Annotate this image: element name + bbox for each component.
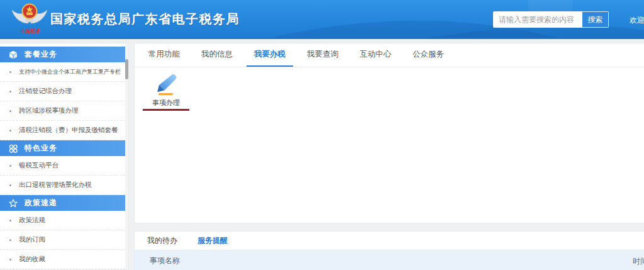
tab-public-services[interactable]: 公众服务: [405, 43, 452, 67]
sidebar-item-small-business-column[interactable]: 支持中小微企业个体工商户复工复产专栏: [0, 62, 125, 82]
tab-service-reminder[interactable]: 服务提醒: [197, 235, 228, 246]
tab-my-todo[interactable]: 我的待办: [147, 235, 177, 246]
sidebar-item-label: 清税注销税（费）申报及缴销套餐: [19, 126, 118, 135]
sidebar-item-label: 政策法规: [19, 216, 45, 225]
sidebar-item-deregistration[interactable]: 注销登记综合办理: [0, 82, 125, 101]
main-tab-bar: 常用功能 我的信息 我要办税 我要查询 互动中心 公众服务: [135, 43, 644, 67]
sidebar-item-label: 银税互动平台: [19, 161, 58, 170]
sidebar-item-cross-region[interactable]: 跨区域涉税事项办理: [0, 101, 125, 121]
sidebar-item-label: 我的收藏: [19, 255, 45, 264]
sidebar-section-featured-business[interactable]: 特色业务: [0, 140, 125, 156]
sidebar-item-label: 我的订阅: [19, 235, 45, 244]
tile-label: 事项办理: [143, 98, 189, 108]
sidebar-item-label: 支持中小微企业个体工商户复工复产专栏: [19, 68, 121, 76]
sidebar-item-tax-clearance[interactable]: 清税注销税（费）申报及缴销套餐: [0, 121, 125, 140]
tab-interaction-center[interactable]: 互动中心: [352, 43, 399, 67]
sidebar-section-policy-express[interactable]: 政策速递: [0, 195, 125, 211]
todo-panel-card: 我的待办 服务提醒 事项名称 时间: [134, 231, 644, 270]
sidebar-item-bank-tax-platform[interactable]: 银税互动平台: [0, 156, 125, 176]
left-sidebar: 套餐业务 支持中小微企业个体工商户复工复产专栏 注销登记综合办理 跨区域涉税事项…: [0, 43, 129, 270]
sidebar-scrollbar-track[interactable]: [125, 43, 128, 269]
sidebar-item-export-rebate[interactable]: 出口退税管理场景化办税: [0, 176, 125, 195]
sidebar-item-label: 跨区域涉税事项办理: [19, 106, 79, 115]
site-title: 国家税务总局广东省电子税务局: [50, 11, 240, 28]
tax-bureau-emblem-logo: [10, 2, 49, 30]
sidebar-item-label: 出口退税管理场景化办税: [19, 181, 92, 189]
todo-tab-bar: 我的待办 服务提醒: [135, 232, 644, 250]
sidebar-section-package-business[interactable]: 套餐业务: [0, 47, 125, 62]
pencil-icon: [154, 73, 178, 96]
tab-common-functions[interactable]: 常用功能: [141, 43, 187, 67]
sidebar-section-label: 政策速递: [25, 198, 57, 208]
sidebar-item-policy-regulations[interactable]: 政策法规: [0, 211, 125, 230]
top-header: 中国税务 国家税务总局广东省电子税务局 搜索 欢迎,: [0, 0, 644, 39]
sidebar-item-label: 注销登记综合办理: [19, 87, 72, 96]
tab-i-want-to-do-tax[interactable]: 我要办税: [247, 43, 293, 67]
sidebar-item-my-favorites[interactable]: 我的收藏: [0, 250, 125, 269]
sidebar-scrollbar-thumb[interactable]: [125, 59, 128, 79]
grid-icon: [8, 143, 18, 153]
header-search: 搜索: [493, 11, 609, 28]
main-content-card: 常用功能 我的信息 我要办税 我要查询 互动中心 公众服务 事项办理: [134, 43, 644, 223]
logo-caption: 中国税务: [13, 28, 48, 35]
sidebar-section-label: 套餐业务: [25, 49, 57, 60]
welcome-text: 欢迎,: [630, 15, 644, 26]
column-header-time: 时间: [633, 256, 644, 267]
search-button[interactable]: 搜索: [582, 11, 609, 28]
tile-matter-handling[interactable]: 事项办理: [143, 73, 189, 111]
star-icon: [8, 198, 18, 208]
sidebar-section-label: 特色业务: [25, 143, 57, 154]
search-input[interactable]: [493, 11, 582, 28]
sidebar-item-my-subscriptions[interactable]: 我的订阅: [0, 230, 125, 250]
package-icon: [8, 50, 18, 59]
column-header-matter-name: 事项名称: [150, 256, 180, 266]
annotation-red-underline: [143, 109, 189, 111]
tab-i-want-to-query[interactable]: 我要查询: [299, 43, 346, 67]
todo-table-header-row: 事项名称 时间: [135, 250, 644, 270]
tab-my-information[interactable]: 我的信息: [194, 43, 240, 67]
